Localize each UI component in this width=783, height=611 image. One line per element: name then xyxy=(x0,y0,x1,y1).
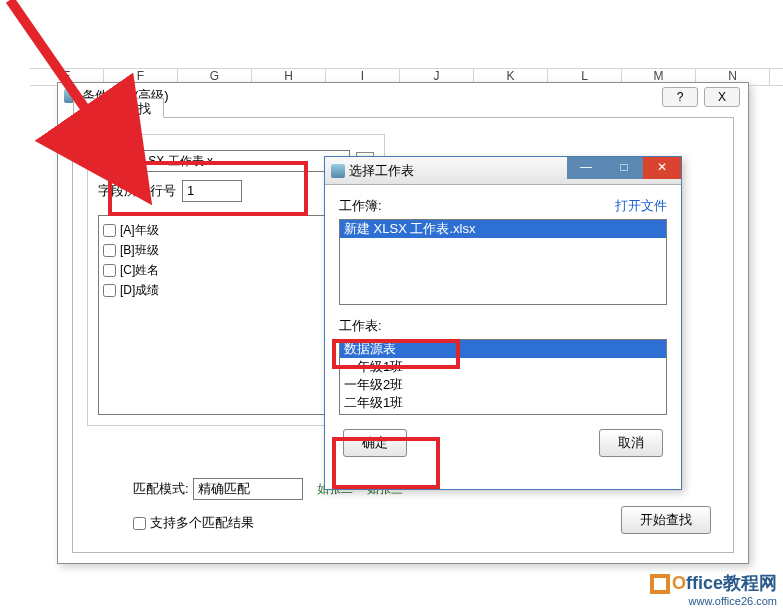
multi-result-checkbox[interactable] xyxy=(133,517,146,530)
checklist-label: [B]班级 xyxy=(120,242,159,259)
field-row-label: 字段所在行号 xyxy=(98,182,176,200)
workbook-listbox[interactable]: 新建 XLSX 工作表.xlsx xyxy=(339,219,667,305)
match-mode-label: 匹配模式: xyxy=(133,480,189,498)
list-item[interactable]: 二年级1班 xyxy=(340,394,666,412)
select-dialog-title: 选择工作表 xyxy=(349,162,414,180)
logo-icon xyxy=(650,574,670,594)
ok-button[interactable]: 确定 xyxy=(343,429,407,457)
worksheet-label: 工作表: xyxy=(339,317,382,335)
cancel-button[interactable]: 取消 xyxy=(599,429,663,457)
datasource-legend: 数据源 xyxy=(96,126,140,143)
tab-1d-search[interactable]: 一维表查找 xyxy=(73,98,164,118)
worksheet-listbox[interactable]: 数据源表 一年级1班 一年级2班 二年级1班 xyxy=(339,339,667,415)
checklist-label: [C]姓名 xyxy=(120,262,159,279)
select-worksheet-dialog: 选择工作表 — □ ✕ 工作簿: 打开文件 新建 XLSX 工作表.xlsx 工… xyxy=(324,156,682,490)
app-icon xyxy=(331,164,345,178)
workbook-label: 工作簿: xyxy=(339,197,382,215)
watermark-brand-o: O xyxy=(672,573,686,593)
maximize-icon[interactable]: □ xyxy=(605,157,643,179)
checkbox[interactable] xyxy=(103,244,116,257)
open-file-link[interactable]: 打开文件 xyxy=(615,197,667,215)
watermark-url: www.office26.com xyxy=(650,595,777,607)
multi-result-label: 支持多个匹配结果 xyxy=(150,514,254,532)
checkbox[interactable] xyxy=(103,284,116,297)
list-item[interactable]: 新建 XLSX 工作表.xlsx xyxy=(340,220,666,238)
checklist-label: [D]成绩 xyxy=(120,282,159,299)
datasource-input[interactable]: [新建 XLSX 工作表.x xyxy=(98,150,350,172)
watermark-brand-rest: ffice教程网 xyxy=(686,573,777,593)
field-row-input[interactable]: 1 xyxy=(182,180,242,202)
checklist-label: [A]年级 xyxy=(120,222,159,239)
select-dialog-titlebar[interactable]: 选择工作表 — □ ✕ xyxy=(325,157,681,185)
list-item[interactable]: 一年级1班 xyxy=(340,358,666,376)
list-item[interactable]: 一年级2班 xyxy=(340,376,666,394)
watermark: Office教程网 www.office26.com xyxy=(650,571,777,607)
start-search-button[interactable]: 开始查找 xyxy=(621,506,711,534)
match-mode-combo[interactable]: 精确匹配 xyxy=(193,478,303,500)
help-button[interactable]: ? xyxy=(662,87,698,107)
list-item[interactable]: 数据源表 xyxy=(340,340,666,358)
close-icon[interactable]: ✕ xyxy=(643,157,681,179)
minimize-icon[interactable]: — xyxy=(567,157,605,179)
checkbox[interactable] xyxy=(103,264,116,277)
checkbox[interactable] xyxy=(103,224,116,237)
multi-result-row: 支持多个匹配结果 xyxy=(133,514,254,532)
window-buttons: — □ ✕ xyxy=(567,157,681,179)
close-button[interactable]: X xyxy=(704,87,740,107)
